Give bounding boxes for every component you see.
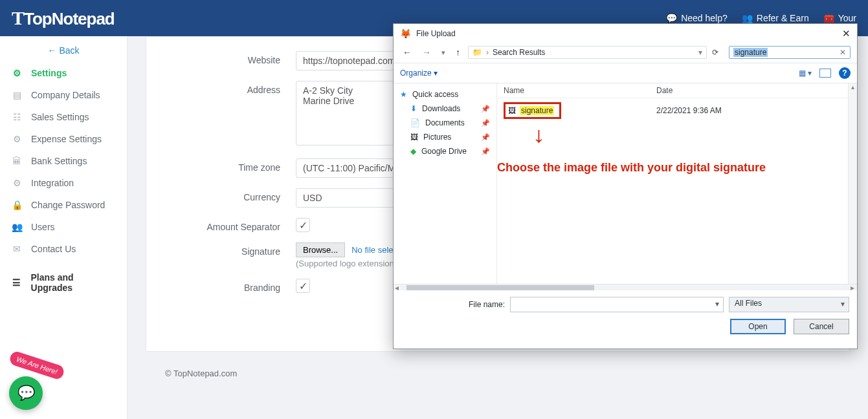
help-button[interactable]: ? (839, 67, 851, 79)
search-input[interactable]: signature ✕ (729, 46, 851, 59)
file-list-pane: ▴ Name Date 🖼 signature 2/22/2021 9:36 A… (497, 83, 857, 284)
dialog-title: File Upload (416, 29, 456, 38)
column-name[interactable]: Name (504, 86, 656, 95)
nav-back-button[interactable]: ← (400, 47, 414, 58)
filetype-label: All Files (735, 299, 762, 308)
tree-label: Documents (425, 118, 465, 127)
pictures-icon: 🖼 (410, 133, 418, 142)
sidebar-item-label: Contact Us (31, 244, 76, 254)
pin-icon: 📌 (481, 105, 490, 113)
dialog-footer: File name: All Files Open Cancel (394, 290, 857, 341)
tree-quick-access[interactable]: ★Quick access (399, 87, 491, 102)
horizontal-scrollbar[interactable]: ◂ ▸ (394, 284, 857, 290)
tree-pictures[interactable]: 🖼Pictures📌 (399, 130, 491, 144)
footer-copy: © TopNotepad.com (146, 352, 850, 392)
annotation-arrow-icon: ↓ (532, 122, 545, 147)
sidebar-item-company-details[interactable]: ▤ Company Details (0, 84, 127, 106)
amount-separator-label: Amount Separator (163, 218, 296, 232)
vertical-scrollbar[interactable]: ▴ (848, 83, 857, 284)
timezone-label: Time zone (163, 158, 296, 173)
sidebar-item-bank-settings[interactable]: 🏛 Bank Settings (0, 150, 127, 172)
documents-icon: 📄 (410, 118, 420, 127)
close-button[interactable]: ✕ (842, 28, 851, 39)
gear-icon: ⚙ (12, 68, 22, 78)
amount-separator-checkbox[interactable]: ✓ (296, 218, 310, 232)
browse-button[interactable]: Browse... (296, 242, 345, 257)
tree-google-drive[interactable]: ◆Google Drive📌 (399, 144, 491, 158)
address-label: Address (163, 81, 296, 95)
preview-pane-button[interactable] (819, 69, 831, 78)
cancel-button[interactable]: Cancel (794, 319, 849, 334)
view-icons-button[interactable]: ▦ ▾ (799, 69, 812, 78)
sidebar-item-label: Sales Settings (31, 112, 89, 122)
sidebar-item-label: Integration (31, 178, 74, 188)
need-help-label: Need help? (681, 13, 728, 23)
scroll-thumb[interactable] (406, 285, 594, 290)
tree-label: Downloads (422, 104, 460, 113)
sidebar-item-contact-us[interactable]: ✉ Contact Us (0, 238, 127, 260)
annotation-text: Choose the image file with your digital … (497, 160, 766, 176)
sidebar-item-label: Users (31, 222, 55, 232)
sidebar-item-settings[interactable]: ⚙ Settings (0, 62, 127, 84)
column-date[interactable]: Date (656, 86, 851, 95)
sidebar-item-change-password[interactable]: 🔒 Change Password (0, 194, 127, 216)
sidebar-item-users[interactable]: 👥 Users (0, 216, 127, 238)
filename-input[interactable] (510, 297, 724, 312)
dialog-toolbar: Organize ▾ ▦ ▾ ? (394, 63, 857, 83)
gear-icon: ⚙ (12, 134, 22, 144)
account-label: Your (838, 13, 856, 23)
branding-checkbox[interactable]: ✓ (296, 279, 310, 293)
file-row[interactable]: 🖼 signature 2/22/2021 9:36 AM (497, 98, 857, 123)
refresh-button[interactable]: ⟳ (712, 48, 718, 57)
filetype-select[interactable]: All Files (729, 297, 849, 312)
filename-label: File name: (401, 300, 505, 309)
sidebar-item-label: Plans and Upgrades (31, 272, 115, 293)
nav-recent-button[interactable]: ▾ (439, 48, 448, 57)
organize-menu[interactable]: Organize ▾ (400, 69, 438, 78)
chat-bubble-icon[interactable]: 💬 (9, 376, 43, 410)
column-headers[interactable]: Name Date (497, 83, 857, 98)
chat-widget[interactable]: We Are Here! 💬 (9, 358, 65, 410)
need-help-link[interactable]: 💬 Need help? (666, 13, 728, 23)
nav-forward-button[interactable]: → (419, 47, 434, 58)
dialog-nav: ← → ▾ ↑ 📁 › Search Results ▾ ⟳ signature… (394, 43, 857, 63)
back-label: Back (59, 45, 79, 56)
sidebar-item-expense-settings[interactable]: ⚙ Expense Settings (0, 128, 127, 150)
tree-label: Pictures (423, 133, 451, 142)
document-icon: ▤ (12, 90, 22, 100)
tree-label: Google Drive (421, 147, 467, 156)
bank-icon: 🏛 (12, 156, 22, 166)
path-bar[interactable]: 📁 › Search Results ▾ (468, 46, 707, 59)
firefox-icon: 🦊 (400, 28, 411, 39)
website-label: Website (163, 51, 296, 65)
tree-downloads[interactable]: ⬇Downloads📌 (399, 102, 491, 116)
tree-documents[interactable]: 📄Documents📌 (399, 116, 491, 130)
sidebar-item-sales-settings[interactable]: ☷ Sales Settings (0, 106, 127, 128)
tree-label: Quick access (412, 90, 458, 99)
logo: TTopNotepad (12, 7, 115, 29)
branding-label: Branding (163, 279, 296, 293)
users-icon: 👥 (12, 222, 22, 232)
sidebar-item-label: Settings (31, 68, 67, 78)
sidebar-item-plans[interactable]: ☰ Plans and Upgrades (0, 266, 127, 299)
image-file-icon: 🖼 (508, 106, 516, 115)
account-menu[interactable]: 🧰 Your (823, 13, 856, 23)
folder-tree: ★Quick access ⬇Downloads📌 📄Documents📌 🖼P… (394, 83, 497, 284)
currency-label: Currency (163, 188, 296, 202)
back-link[interactable]: ← Back (0, 36, 127, 62)
pin-icon: 📌 (481, 147, 490, 156)
open-button[interactable]: Open (730, 319, 786, 334)
dialog-titlebar: 🦊 File Upload ✕ (394, 24, 857, 43)
clear-search-button[interactable]: ✕ (840, 48, 846, 57)
refer-label: Refer & Earn (757, 13, 809, 23)
file-date: 2/22/2021 9:36 AM (656, 106, 851, 115)
nav-up-button[interactable]: ↑ (453, 47, 463, 58)
star-icon: ★ (400, 90, 407, 99)
refer-earn-link[interactable]: 👥 Refer & Earn (742, 13, 809, 23)
sidebar-item-integration[interactable]: ⚙ Integration (0, 172, 127, 194)
list-icon: ☰ (12, 277, 22, 288)
search-term: signature (733, 48, 768, 57)
path-segment[interactable]: Search Results (493, 48, 545, 57)
lock-icon: 🔒 (12, 200, 22, 210)
topbar-right: 💬 Need help? 👥 Refer & Earn 🧰 Your (666, 13, 856, 23)
